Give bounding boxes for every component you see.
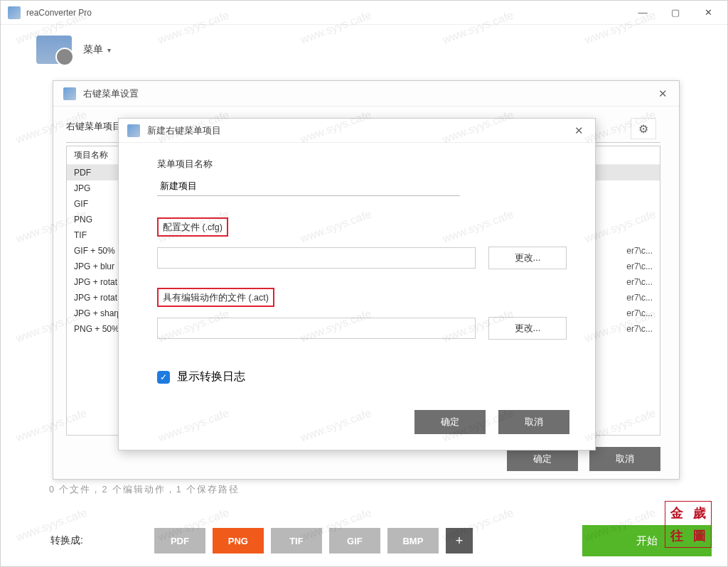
- format-button-bmp[interactable]: BMP: [387, 528, 439, 554]
- bottom-bar: 转换成: PDFPNGTIFGIFBMP+ 开始: [1, 515, 727, 566]
- dialog-icon: [127, 124, 140, 137]
- list-item-name: JPG + rotat: [74, 293, 117, 303]
- new-dialog-title: 新建右键菜单项目: [147, 124, 568, 137]
- cfg-label-highlight: 配置文件 (.cfg): [157, 217, 228, 237]
- new-dialog-titlebar: 新建右键菜单项目 ✕: [119, 119, 595, 143]
- list-item-name: JPG + sharp: [74, 308, 122, 318]
- app-title: reaConverter Pro: [26, 8, 626, 18]
- minimize-button[interactable]: —: [626, 2, 659, 23]
- menu-icon: [36, 36, 72, 64]
- close-button[interactable]: ✕: [692, 2, 724, 23]
- act-file-field[interactable]: [157, 318, 476, 339]
- list-item-path: er7\c...: [626, 293, 653, 303]
- menu-label: 菜单: [83, 43, 103, 56]
- format-button-tif[interactable]: TIF: [271, 528, 322, 554]
- list-item-path: er7\c...: [626, 308, 653, 318]
- list-item-name: PDF: [74, 168, 91, 178]
- convert-to-label: 转换成:: [50, 534, 83, 547]
- list-item-path: er7\c...: [626, 324, 653, 334]
- menubar: 菜单 ▾: [1, 25, 727, 75]
- new-ok-button[interactable]: 确定: [414, 410, 486, 434]
- dialog-icon: [63, 87, 76, 100]
- list-item-name: JPG + rotat: [74, 277, 117, 287]
- cfg-file-label: 配置文件 (.cfg): [163, 222, 223, 234]
- format-buttons: PDFPNGTIFGIFBMP+: [154, 528, 473, 554]
- status-text: 0 个文件，2 个编辑动作，1 个保存路径: [49, 484, 240, 496]
- settings-cancel-button[interactable]: 取消: [589, 447, 660, 471]
- cfg-file-field[interactable]: [157, 247, 476, 269]
- list-item-path: er7\c...: [626, 261, 653, 271]
- maximize-button[interactable]: ▢: [659, 2, 692, 23]
- main-titlebar: reaConverter Pro — ▢ ✕: [1, 1, 727, 25]
- chevron-down-icon: ▾: [107, 46, 111, 54]
- gear-button[interactable]: ⚙: [631, 118, 656, 139]
- settings-dialog-close-icon[interactable]: ✕: [652, 85, 673, 103]
- settings-ok-button[interactable]: 确定: [507, 447, 578, 471]
- list-item-path: er7\c...: [626, 246, 653, 256]
- checkbox-checked-icon: ✓: [157, 371, 170, 384]
- settings-dialog-title: 右键菜单设置: [83, 87, 652, 100]
- seal-stamp: 金歲往圖: [665, 501, 712, 548]
- menu-button[interactable]: 菜单 ▾: [83, 43, 111, 56]
- item-name-label: 菜单项目名称: [157, 158, 567, 171]
- list-item-name: PNG: [74, 215, 92, 225]
- format-button-png[interactable]: PNG: [213, 528, 264, 554]
- list-item-name: GIF + 50%: [74, 246, 115, 256]
- show-log-label: 显示转换日志: [177, 369, 245, 384]
- new-dialog-close-icon[interactable]: ✕: [568, 122, 589, 140]
- new-cancel-button[interactable]: 取消: [498, 410, 569, 434]
- list-item-name: JPG: [74, 183, 90, 193]
- gear-icon: ⚙: [638, 122, 648, 136]
- format-button-gif[interactable]: GIF: [329, 528, 380, 554]
- list-item-path: er7\c...: [626, 277, 653, 287]
- new-item-dialog: 新建右键菜单项目 ✕ 菜单项目名称 配置文件 (.cfg) 更改... 具有编辑…: [118, 118, 596, 450]
- add-format-button[interactable]: +: [446, 528, 473, 554]
- act-change-button[interactable]: 更改...: [488, 317, 567, 340]
- cfg-change-button[interactable]: 更改...: [488, 247, 567, 269]
- list-item-name: TIF: [74, 230, 87, 240]
- list-item-name: GIF: [74, 199, 88, 209]
- item-name-input[interactable]: [157, 176, 460, 196]
- format-button-pdf[interactable]: PDF: [154, 528, 205, 554]
- settings-dialog-titlebar: 右键菜单设置 ✕: [53, 81, 679, 107]
- act-label-highlight: 具有编辑动作的文件 (.act): [157, 288, 274, 307]
- context-items-label: 右键菜单项目: [66, 120, 122, 133]
- list-item-name: PNG + 50%: [74, 324, 119, 334]
- list-item-name: JPG + blur: [74, 261, 114, 271]
- act-file-label: 具有编辑动作的文件 (.act): [163, 292, 269, 304]
- show-log-checkbox[interactable]: ✓ 显示转换日志: [157, 369, 567, 384]
- app-icon: [8, 6, 21, 19]
